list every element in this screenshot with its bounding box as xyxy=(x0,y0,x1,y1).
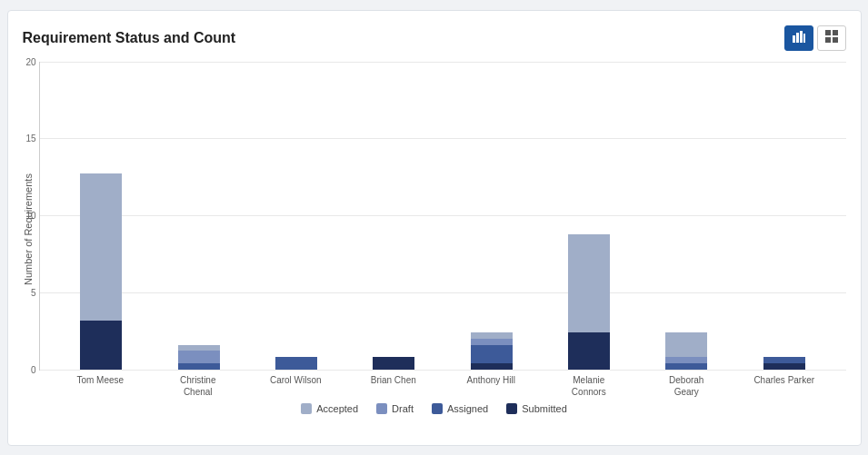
x-label: Charles Parker xyxy=(753,374,815,398)
bar-segment-assigned xyxy=(178,363,220,370)
bar-group xyxy=(80,173,122,370)
bar-segment-submitted xyxy=(471,363,513,370)
grid-and-bars: 05101520 xyxy=(39,62,846,371)
bar-group xyxy=(665,332,707,370)
legend-color-draft xyxy=(376,403,387,414)
x-label: Deborah Geary xyxy=(655,374,717,398)
legend-label-accepted: Accepted xyxy=(316,403,358,414)
chart-area: Number of Requirements 05101520 Tom Mees… xyxy=(23,62,846,398)
svg-rect-1 xyxy=(796,33,799,43)
svg-rect-7 xyxy=(833,37,838,43)
x-label: Carol Wilson xyxy=(264,374,326,398)
bar-segment-accepted xyxy=(568,234,610,332)
bar-segment-accepted xyxy=(665,332,707,357)
bar-segment-assigned xyxy=(471,345,513,363)
svg-rect-3 xyxy=(803,34,805,43)
legend-label-draft: Draft xyxy=(392,403,414,414)
bar-group xyxy=(373,357,414,370)
bar-segment-accepted xyxy=(80,173,122,321)
legend-label-assigned: Assigned xyxy=(447,403,488,414)
x-label: Christine Chenal xyxy=(167,374,229,398)
bar-group xyxy=(275,357,317,370)
svg-rect-5 xyxy=(833,30,838,35)
legend-item-draft: Draft xyxy=(376,403,414,414)
legend-item-accepted: Accepted xyxy=(301,403,358,414)
bar-segment-assigned xyxy=(275,357,317,370)
svg-rect-2 xyxy=(800,31,803,43)
bar-segment-assigned xyxy=(665,363,707,370)
x-label: Tom Meese xyxy=(69,374,131,398)
bar-segment-accepted xyxy=(471,332,513,339)
bar-segment-submitted xyxy=(373,357,414,370)
bar-group xyxy=(763,357,805,370)
card-header: Requirement Status and Count xyxy=(23,25,846,51)
x-label: Melanie Connors xyxy=(558,374,620,398)
svg-rect-4 xyxy=(825,30,831,35)
legend-color-assigned xyxy=(432,403,443,414)
grid-icon xyxy=(825,30,838,45)
bar-segment-accepted xyxy=(178,345,220,351)
requirement-status-card: Requirement Status and Count xyxy=(7,10,862,446)
bar-segment-submitted xyxy=(80,321,122,370)
bar-segment-submitted xyxy=(568,332,610,370)
bar-segment-assigned xyxy=(763,357,805,363)
bar-group xyxy=(568,234,610,370)
svg-rect-6 xyxy=(825,37,831,43)
table-toggle[interactable] xyxy=(817,25,846,51)
bar-chart-toggle[interactable] xyxy=(784,25,813,51)
bar-group xyxy=(178,345,220,370)
bar-segment-draft xyxy=(471,339,513,345)
legend-item-submitted: Submitted xyxy=(506,403,567,414)
legend-item-assigned: Assigned xyxy=(432,403,488,414)
x-labels: Tom MeeseChristine ChenalCarol WilsonBri… xyxy=(39,371,846,398)
x-label: Brian Chen xyxy=(363,374,424,398)
legend-color-submitted xyxy=(506,403,517,414)
legend-color-accepted xyxy=(301,403,312,414)
legend-label-submitted: Submitted xyxy=(522,403,567,414)
view-toggle xyxy=(784,25,846,51)
svg-rect-0 xyxy=(793,35,795,43)
chart-inner: 05101520 Tom MeeseChristine ChenalCarol … xyxy=(39,62,846,398)
bar-chart-icon xyxy=(793,30,805,45)
card-title: Requirement Status and Count xyxy=(23,30,236,46)
x-label: Anthony Hill xyxy=(460,374,522,398)
bar-segment-submitted xyxy=(763,363,805,370)
y-axis-label: Number of Requirements xyxy=(23,62,34,398)
bar-group xyxy=(471,332,513,370)
legend: AcceptedDraftAssignedSubmitted xyxy=(23,403,846,414)
bar-segment-draft xyxy=(178,351,220,363)
bar-segment-draft xyxy=(665,357,707,363)
